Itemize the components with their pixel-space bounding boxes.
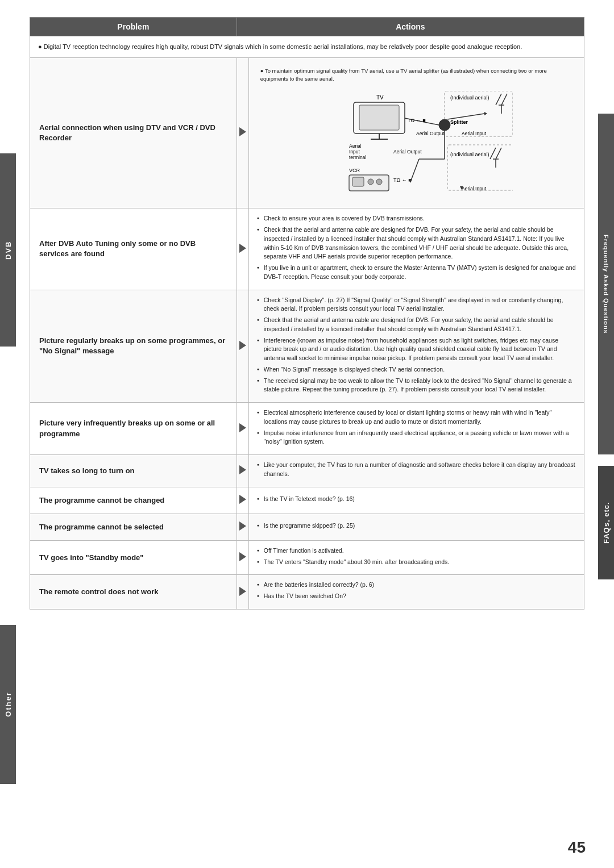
action-item: Like your computer, the TV has to run a …: [257, 461, 576, 479]
actions-prog-selected: Is the programme skipped? (p. 25): [248, 514, 584, 540]
actions-list: Electrical atmospheric interference caus…: [257, 408, 576, 446]
side-label-other: Other: [0, 625, 16, 784]
arrow-icon: [239, 465, 246, 474]
actions-list: Is the TV in Teletext mode? (p. 16): [257, 495, 576, 504]
aerial-input-left: Aerial: [349, 143, 362, 149]
arrow-icon: [239, 341, 246, 350]
actions-list: Off Timer function is activated. The TV …: [257, 546, 576, 567]
arrow-prog-changed: [237, 487, 248, 514]
arrow-prog-selected: [237, 514, 248, 540]
wire-to-vcr: [410, 159, 419, 182]
vcr-knob: [368, 179, 374, 185]
table-row: The remote control does not work Are the…: [30, 575, 584, 610]
arrow-icon: [239, 423, 246, 432]
individual-aerial-top-label: (Individual aerial): [450, 95, 489, 101]
action-item: Off Timer function is activated.: [257, 546, 576, 556]
aerial-bottom-left: [490, 148, 496, 159]
table-row: After DVB Auto Tuning only some or no DV…: [30, 208, 584, 290]
actions-list: Is the programme skipped? (p. 25): [257, 521, 576, 531]
aerial-diagram-svg: TV (Individual aerial): [320, 91, 513, 199]
problem-aerial-connection: Aerial connection when using DTV and VCR…: [30, 57, 237, 208]
actions-list: Like your computer, the TV has to run a …: [257, 461, 576, 479]
actions-standby: Off Timer function is activated. The TV …: [248, 540, 584, 575]
actions-list: Are the batteries installed correctly? (…: [257, 581, 576, 601]
table-row: Picture very infrequently breaks up on s…: [30, 403, 584, 455]
table-row: TV takes so long to turn on Like your co…: [30, 455, 584, 487]
vcr-knob2: [376, 179, 382, 185]
side-label-dvb: DVB: [0, 153, 16, 347]
info-text: ● Digital TV reception technology requir…: [30, 36, 584, 58]
t-omega-tv: TΩ ← ■: [408, 118, 426, 123]
faq-table: Problem Actions ● Digital TV reception t…: [30, 17, 584, 610]
aerial-output-label: Aerial Output: [416, 131, 445, 136]
table-row: Aerial connection when using DTV and VCR…: [30, 57, 584, 208]
actions-list: Check "Signal Display". (p. 27) If "Sign…: [257, 296, 576, 395]
tv-label: TV: [376, 94, 384, 101]
side-label-faqs: FAQs, etc.: [598, 466, 614, 579]
action-item: When "No Signal" message is displayed ch…: [257, 365, 576, 374]
action-item: Are the batteries installed correctly? (…: [257, 581, 576, 590]
problem-tv-standby: TV goes into "Standby mode": [30, 540, 237, 575]
problem-dvb-tuning: After DVB Auto Tuning only some or no DV…: [30, 208, 237, 290]
action-item: Check that the aerial and antenna cable …: [257, 316, 576, 334]
info-bullet: ●: [38, 43, 42, 50]
page-container: DVB Other Frequently Asked Questions FAQ…: [0, 0, 614, 868]
actions-picture: Check "Signal Display". (p. 27) If "Sign…: [248, 290, 584, 403]
actions-infrequent: Electrical atmospheric interference caus…: [248, 403, 584, 455]
problem-programme-changed: The programme cannot be changed: [30, 487, 237, 514]
vcr-label: VCR: [349, 168, 360, 173]
splitter-label: Splitter: [450, 119, 468, 125]
table-row: TV goes into "Standby mode" Off Timer fu…: [30, 540, 584, 575]
aerial-input-left2: Input: [349, 149, 360, 155]
action-item: Check that the aerial and antenna cable …: [257, 226, 576, 261]
actions-prog-changed: Is the TV in Teletext mode? (p. 16): [248, 487, 584, 514]
actions-aerial: ● To maintain optimum signal quality fro…: [248, 57, 584, 208]
table-row: Picture regularly breaks up on some prog…: [30, 290, 584, 403]
action-item: Is the TV in Teletext mode? (p. 16): [257, 495, 576, 504]
t-omega-vcr: TΩ ← ■: [393, 177, 412, 183]
action-item: Has the TV been switched On?: [257, 592, 576, 601]
tv-screen-inner: [359, 105, 399, 130]
individual-aerial-bottom-label: (Individual aerial): [450, 152, 489, 157]
problem-picture-breaks: Picture regularly breaks up on some prog…: [30, 290, 237, 403]
action-item: Check "Signal Display". (p. 27) If "Sign…: [257, 296, 576, 314]
terminal-label: terminal: [349, 155, 366, 160]
wire-splitter-top: [447, 114, 484, 119]
info-content: Digital TV reception technology requires…: [44, 43, 522, 50]
action-item: Impulse noise interference from an infre…: [257, 429, 576, 447]
page-number: 45: [568, 838, 586, 857]
diagram-caption: ● To maintain optimum signal quality fro…: [260, 67, 572, 84]
aerial-top-right: [501, 94, 507, 105]
actions-tv-long: Like your computer, the TV has to run a …: [248, 455, 584, 487]
arrow-dvb: [237, 208, 248, 290]
arrow-icon: [239, 552, 246, 561]
actions-dvb: Check to ensure your area is covered by …: [248, 208, 584, 290]
arrow-top: [484, 112, 487, 115]
vcr-tape-slot: [352, 177, 364, 186]
arrow-tv-long: [237, 455, 248, 487]
info-row: ● Digital TV reception technology requir…: [30, 36, 584, 58]
actions-remote: Are the batteries installed correctly? (…: [248, 575, 584, 610]
action-item: The TV enters "Standby mode" about 30 mi…: [257, 558, 576, 567]
problem-tv-long: TV takes so long to turn on: [30, 455, 237, 487]
diagram-area: ● To maintain optimum signal quality fro…: [257, 64, 576, 203]
arrow-icon: [239, 521, 246, 531]
arrow-infrequent: [237, 403, 248, 455]
arrow-remote: [237, 575, 248, 610]
aerial-input-label-top: Aerial Input: [462, 131, 487, 136]
action-item: Electrical atmospheric interference caus…: [257, 408, 576, 427]
aerial-input-bottom-label: Aerial Input: [462, 186, 487, 191]
action-item: Is the programme skipped? (p. 25): [257, 521, 576, 531]
actions-list: Check to ensure your area is covered by …: [257, 214, 576, 281]
table-row: The programme cannot be changed Is the T…: [30, 487, 584, 514]
table-row: The programme cannot be selected Is the …: [30, 514, 584, 540]
problem-programme-selected: The programme cannot be selected: [30, 514, 237, 540]
arrow-icon: [239, 127, 246, 136]
action-item: The received signal may be too weak to a…: [257, 377, 576, 395]
arrow-picture: [237, 290, 248, 403]
side-label-frequently-asked: Frequently Asked Questions: [598, 114, 614, 454]
main-content: Problem Actions ● Digital TV reception t…: [30, 17, 584, 610]
actions-header: Actions: [237, 18, 584, 36]
aerial-bottom-right: [496, 148, 501, 159]
problem-remote: The remote control does not work: [30, 575, 237, 610]
